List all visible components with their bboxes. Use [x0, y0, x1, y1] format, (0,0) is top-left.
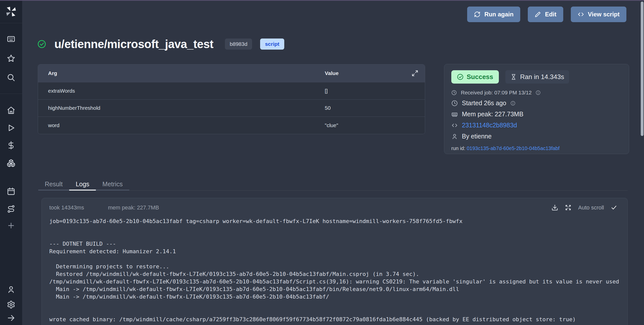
run-again-label: Run again: [484, 11, 513, 18]
duration-label: Ran in 14.343s: [520, 73, 564, 81]
view-script-button[interactable]: View script: [571, 7, 626, 22]
started-label: Started 26s ago: [462, 99, 506, 107]
workflows-route-icon[interactable]: [7, 205, 15, 213]
run-id-link[interactable]: 0193c135-ab7d-60e5-2b10-04b5ac13fabf: [467, 146, 559, 151]
version-hash-badge: b8983d: [225, 39, 252, 50]
args-table-header: Arg Value: [38, 64, 425, 82]
table-row: word "clue": [38, 117, 425, 134]
arg-name: word: [48, 122, 325, 128]
home-icon[interactable]: [7, 106, 15, 115]
script-hash-link[interactable]: 23131148c2b8983d: [462, 122, 517, 129]
sidebar-divider: [0, 94, 22, 94]
by-user-label: By etienne: [462, 133, 492, 140]
tab-result[interactable]: Result: [38, 179, 69, 191]
log-panel-header: took 14343ms mem peak: 227.7MB Auto scro…: [42, 198, 627, 211]
settings-gear-icon[interactable]: [7, 300, 15, 309]
user-icon[interactable]: [7, 285, 15, 294]
run-id-label: run id:: [451, 146, 467, 151]
auto-scroll-label: Auto scroll: [578, 204, 604, 211]
code-icon: [451, 122, 458, 129]
mem-peak-label: Mem peak: 227.73MB: [462, 111, 524, 118]
user-icon: [451, 133, 458, 140]
started-row: Started 26s ago: [451, 99, 622, 107]
check-circle-icon: [457, 74, 464, 80]
runs-play-icon[interactable]: [7, 124, 15, 132]
clock-icon: [451, 100, 458, 106]
page-title: u/etienne/microsoft_java_test: [54, 37, 213, 51]
log-took-label: took 14343ms: [49, 204, 84, 211]
duration-chip: Ran in 14.343s: [505, 70, 569, 84]
top-action-bar: Run again Edit View script: [467, 7, 626, 22]
tab-logs[interactable]: Logs: [69, 179, 96, 191]
top-accent-line: [0, 0, 644, 1]
status-top-row: Success Ran in 14.343s: [451, 70, 622, 84]
tab-metrics[interactable]: Metrics: [96, 179, 129, 191]
log-output[interactable]: job=0193c135-ab7d-60e5-2b10-04b5ac13fabf…: [42, 218, 620, 323]
col-value-label: Value: [325, 70, 425, 76]
download-logs-icon[interactable]: [551, 204, 558, 211]
pencil-icon: [535, 11, 541, 18]
arg-name: extraWords: [48, 88, 325, 94]
favorites-star-icon[interactable]: [7, 54, 15, 63]
info-icon[interactable]: [510, 101, 515, 106]
table-row: highNumberThreshold 50: [38, 99, 425, 117]
col-arg-label: Arg: [48, 70, 325, 76]
arg-value: 50: [325, 105, 425, 111]
log-mem-peak-label: mem peak: 227.7MB: [108, 204, 159, 211]
auto-scroll-checkbox[interactable]: [611, 204, 617, 211]
resources-boxes-icon[interactable]: [7, 159, 15, 167]
search-icon[interactable]: [7, 73, 15, 82]
arg-value: "clue": [325, 122, 425, 128]
schedules-calendar-icon[interactable]: [7, 187, 15, 196]
variables-dollar-icon[interactable]: [7, 141, 15, 150]
info-icon[interactable]: [536, 90, 541, 95]
script-kind-badge[interactable]: script: [260, 39, 284, 50]
add-plus-icon[interactable]: [7, 221, 15, 230]
expand-sidebar-arrow-icon[interactable]: [7, 314, 15, 322]
apps-icon[interactable]: [7, 35, 15, 43]
run-again-button[interactable]: Run again: [467, 7, 520, 22]
expand-logs-icon[interactable]: [565, 204, 572, 211]
windmill-logo-icon: [5, 5, 18, 18]
memory-icon: [451, 111, 458, 118]
result-tabs: Result Logs Metrics: [38, 179, 628, 191]
hourglass-icon: [510, 74, 517, 80]
mem-peak-row: Mem peak: 227.73MB: [451, 111, 622, 118]
log-panel: took 14343ms mem peak: 227.7MB Auto scro…: [42, 198, 628, 325]
script-hash-row: 23131148c2b8983d: [451, 122, 622, 129]
received-row: Received job: 07:09 PM 13/12: [451, 90, 622, 96]
page-scrollbar[interactable]: [641, 2, 643, 136]
status-badge: Success: [451, 70, 499, 84]
code-icon: [578, 11, 584, 18]
success-check-icon: [37, 40, 46, 49]
expand-args-icon[interactable]: [412, 70, 418, 77]
arg-name: highNumberThreshold: [48, 105, 325, 111]
by-user-row: By etienne: [451, 133, 622, 140]
clock-icon: [451, 90, 457, 95]
table-row: extraWords []: [38, 82, 425, 99]
args-table: Arg Value extraWords [] highNumberThresh…: [38, 64, 425, 134]
job-status-panel: Success Ran in 14.343s Received job: 07:…: [444, 64, 629, 154]
view-script-label: View script: [588, 11, 620, 18]
status-label: Success: [467, 73, 493, 81]
edit-button[interactable]: Edit: [528, 7, 563, 22]
edit-label: Edit: [545, 11, 556, 18]
title-row: u/etienne/microsoft_java_test b8983d scr…: [37, 37, 284, 51]
sidebar: [0, 0, 22, 325]
run-id-row: run id: 0193c135-ab7d-60e5-2b10-04b5ac13…: [451, 146, 622, 151]
received-label: Received job: 07:09 PM 13/12: [461, 90, 532, 96]
windmill-logo[interactable]: [0, 0, 22, 23]
log-tools: Auto scroll: [551, 204, 617, 211]
refresh-icon: [474, 11, 480, 18]
arg-value: []: [325, 88, 425, 94]
